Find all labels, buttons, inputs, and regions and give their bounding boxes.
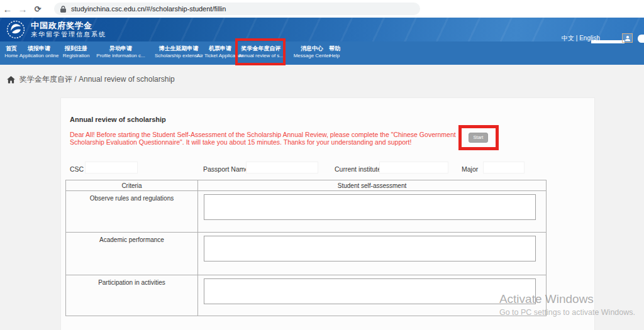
breadcrumb-text: 奖学金年度自评 / Annual review of scholarship xyxy=(19,74,175,85)
nav-tab-scholarship-extension[interactable]: 博士生延期申请Scholarship extensi... xyxy=(155,45,203,59)
annotation-box-start-button xyxy=(458,125,499,150)
nav-tab-home[interactable]: 首页Home xyxy=(4,45,18,59)
lock-icon xyxy=(60,6,66,13)
nav-tab-application-online[interactable]: 填报申请Application online xyxy=(19,45,59,59)
user-icon xyxy=(625,35,631,41)
csc-no-value[interactable] xyxy=(85,162,138,173)
passport-name-label: Passport Name xyxy=(203,165,248,173)
brand-title: 中国政府奖学金 xyxy=(31,21,106,30)
participation-activities-textarea[interactable] xyxy=(204,278,536,304)
assessment-header: Student self-assessment xyxy=(198,180,546,190)
csc-logo-icon xyxy=(6,20,25,39)
nav-tab-registration[interactable]: 报到注册Registration xyxy=(63,45,90,59)
criteria-header: Criteria xyxy=(66,180,198,190)
major-value[interactable] xyxy=(483,162,525,173)
brand-text: 中国政府奖学金 来华留学管理信息系统 xyxy=(31,21,106,38)
nav-tab-message-center[interactable]: 消息中心Message Center xyxy=(294,45,331,59)
home-icon xyxy=(7,76,15,84)
browser-back-icon[interactable]: ← xyxy=(0,4,15,14)
content-panel: Annual review of scholarship Dear All! B… xyxy=(60,97,595,330)
address-bar[interactable]: studyinchina.csc.edu.cn/#/scholarship-st… xyxy=(54,3,420,15)
site-header: 中国政府奖学金 来华留学管理信息系统 中文 | English xyxy=(0,18,644,41)
table-row: Academic performance xyxy=(66,233,546,275)
browser-forward-icon[interactable]: → xyxy=(15,4,30,14)
criteria-observe-rules: Observe rules and regulations xyxy=(66,191,198,232)
nav-tab-help[interactable]: 帮助Help xyxy=(329,45,340,59)
table-row: Participation in activities xyxy=(66,275,546,316)
table-row: Observe rules and regulations xyxy=(66,191,546,233)
passport-name-value[interactable] xyxy=(246,162,318,173)
csc-logo: 中国政府奖学金 来华留学管理信息系统 xyxy=(6,20,106,39)
language-underline xyxy=(591,40,625,43)
major-label: Major xyxy=(462,165,478,173)
criteria-academic-performance: Academic performance xyxy=(66,233,198,275)
chat-bubble-icon xyxy=(638,35,644,43)
notice-text: Dear All! Before starting the Student Se… xyxy=(70,131,465,146)
observe-rules-textarea[interactable] xyxy=(204,194,536,220)
self-assessment-table: Criteria Student self-assessment Observe… xyxy=(65,180,547,316)
url-text: studyinchina.csc.edu.cn/#/scholarship-st… xyxy=(71,5,226,13)
breadcrumb: 奖学金年度自评 / Annual review of scholarship xyxy=(7,74,175,85)
table-header-row: Criteria Student self-assessment xyxy=(66,180,546,191)
nav-tab-profile-information[interactable]: 异动申请Profile information c... xyxy=(96,45,145,59)
browser-reload-icon[interactable]: ⟳ xyxy=(30,4,45,14)
criteria-participation-activities: Participation in activities xyxy=(66,275,198,316)
browser-toolbar: ← → ⟳ studyinchina.csc.edu.cn/#/scholars… xyxy=(0,0,644,18)
screen: ← → ⟳ studyinchina.csc.edu.cn/#/scholars… xyxy=(0,0,644,330)
current-institute-label: Current institute xyxy=(335,165,381,173)
current-institute-value[interactable] xyxy=(379,162,448,173)
section-title: Annual review of scholarship xyxy=(70,116,166,123)
main-navbar: 首页Home 填报申请Application online 报到注册Regist… xyxy=(0,41,644,65)
user-account-button[interactable] xyxy=(622,33,633,43)
academic-performance-textarea[interactable] xyxy=(204,236,536,261)
annotation-box-nav-tab xyxy=(235,38,286,65)
brand-subtitle: 来华留学管理信息系统 xyxy=(31,30,106,38)
